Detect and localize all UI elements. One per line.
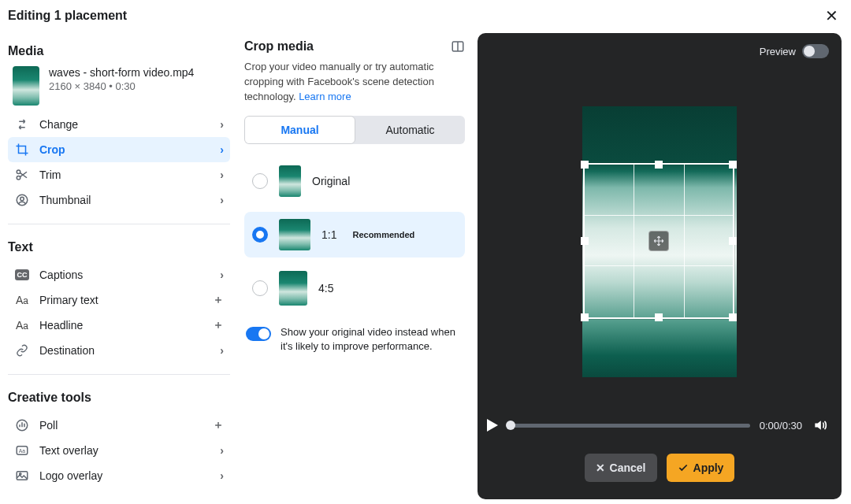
crop-option-original[interactable]: Original [244,158,465,204]
sidebar-item-label: Poll [39,419,203,432]
crop-handle-bl[interactable] [581,313,589,321]
crop-thumb [279,165,301,197]
crop-mode-tabs: Manual Automatic [244,116,465,144]
x-icon: ✕ [596,461,605,474]
crop-option-label: Original [312,175,350,187]
crop-option-label: 4:5 [318,282,333,295]
plus-icon: ＋ [213,293,224,307]
button-label: Cancel [610,461,646,474]
sidebar-item-label: Change [39,118,210,131]
video-scrubber[interactable] [507,424,750,428]
video-timecode: 0:00/0:30 [760,420,802,432]
preview-panel: Preview [478,33,842,499]
radio-unchecked-icon [252,280,268,296]
crop-handle-rm[interactable] [729,237,737,245]
chevron-right-icon: › [220,344,224,357]
crop-handle-tr[interactable] [729,161,737,169]
crop-thumb [279,219,310,250]
captions-icon: CC [14,267,30,283]
poll-icon [14,417,30,433]
crop-handle-tm[interactable] [655,161,663,169]
chevron-right-icon: › [220,194,224,206]
crop-panel: Crop media Crop your video manually or t… [236,28,473,504]
page-title: Editing 1 placement [8,9,127,23]
thumbnail-icon [14,192,30,208]
crop-handle-tl[interactable] [581,161,589,169]
crop-option-1-1[interactable]: 1:1 Recommended [244,212,465,258]
media-thumbnail [13,66,39,106]
button-label: Apply [693,461,724,474]
sidebar-item-logo-overlay[interactable]: Logo overlay › [8,463,230,488]
play-icon[interactable] [487,419,498,432]
sidebar-item-label: Primary text [39,294,203,306]
trim-icon [14,167,30,183]
sidebar-item-label: Headline [39,319,203,332]
volume-icon[interactable] [812,417,829,433]
media-file-meta: 2160 × 3840 • 0:30 [49,80,194,92]
columns-icon[interactable] [451,39,465,54]
crop-region[interactable] [583,163,734,319]
sidebar-item-destination[interactable]: Destination › [8,338,230,363]
show-original-toggle[interactable] [246,327,271,341]
chevron-right-icon: › [220,469,224,482]
sidebar-item-poll[interactable]: Poll ＋ [8,413,230,438]
cancel-button[interactable]: ✕ Cancel [585,454,657,482]
preview-label: Preview [760,46,796,57]
svg-text:Aa: Aa [19,448,26,454]
chevron-right-icon: › [220,169,224,181]
image-icon [14,468,30,484]
radio-checked-icon [252,227,268,243]
crop-thumb [279,271,307,306]
media-file-name: waves - short-form video.mp4 [49,66,194,79]
crop-handle-br[interactable] [729,313,737,321]
sidebar-item-label: Logo overlay [39,469,210,482]
sidebar-item-text-overlay[interactable]: Aa Text overlay › [8,438,230,463]
recommended-badge: Recommended [352,230,414,239]
sidebar-item-primary-text[interactable]: Aa Primary text ＋ [8,287,230,313]
crop-panel-title: Crop media [244,39,314,54]
sidebar-item-label: Destination [39,344,210,357]
sidebar-item-headline[interactable]: Aa Headline ＋ [8,313,230,338]
video-preview[interactable] [582,106,737,377]
sidebar-item-label: Captions [39,269,210,281]
sidebar-item-captions[interactable]: CC Captions › [8,262,230,287]
crop-icon [14,142,30,158]
svg-point-3 [20,197,24,201]
sidebar-item-label: Text overlay [39,444,210,457]
sidebar-item-crop[interactable]: Crop › [8,137,230,162]
sidebar-item-thumbnail[interactable]: Thumbnail › [8,187,230,213]
divider [8,224,230,224]
plus-icon: ＋ [213,318,224,332]
media-file-info: waves - short-form video.mp4 2160 × 3840… [8,66,230,106]
chevron-right-icon: › [220,269,224,281]
radio-unchecked-icon [252,173,268,189]
crop-handle-bm[interactable] [655,313,663,321]
plus-icon: ＋ [213,418,224,432]
check-icon [678,462,689,473]
crop-panel-description: Crop your video manually or try automati… [244,60,465,105]
crop-option-4-5[interactable]: 4:5 [244,265,465,311]
svg-point-8 [20,473,21,475]
sidebar-item-label: Crop [39,143,210,156]
crop-handle-lm[interactable] [581,237,589,245]
link-icon [14,343,30,358]
tab-automatic[interactable]: Automatic [355,116,465,144]
divider [8,374,230,375]
learn-more-link[interactable]: Learn more [299,91,351,102]
section-creative-tools: Creative tools [8,391,230,405]
crop-option-label: 1:1 [321,228,336,241]
text-overlay-icon: Aa [14,443,30,458]
section-text: Text [8,240,230,254]
section-media: Media [8,44,230,58]
chevron-right-icon: › [220,143,224,156]
sidebar-item-label: Thumbnail [39,194,210,206]
tab-manual[interactable]: Manual [244,116,355,144]
sidebar-item-trim[interactable]: Trim › [8,162,230,187]
move-icon[interactable] [648,231,669,251]
show-original-description: Show your original video instead when it… [281,325,463,354]
apply-button[interactable]: Apply [667,454,735,482]
text-icon: Aa [14,317,30,333]
preview-toggle[interactable] [802,44,829,58]
close-icon[interactable]: ✕ [825,8,838,24]
sidebar-item-change[interactable]: Change › [8,112,230,137]
